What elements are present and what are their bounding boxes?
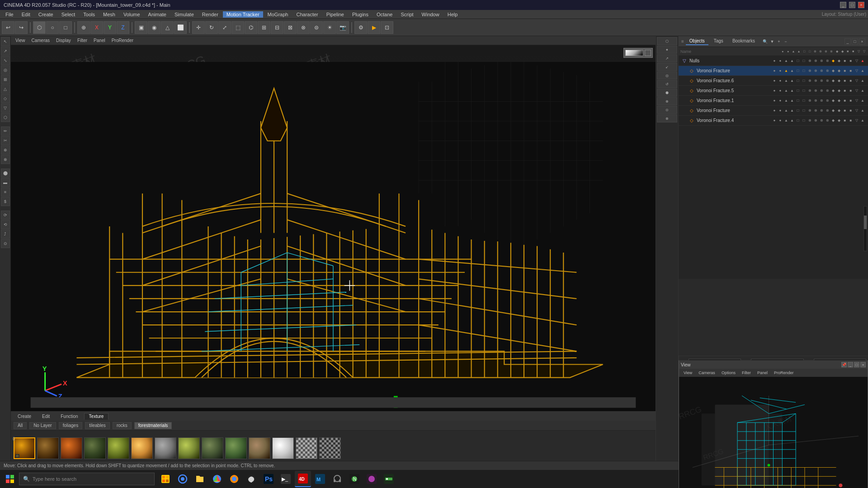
- ov4-11[interactable]: ◆: [830, 118, 836, 123]
- oi-tri2[interactable]: ▲: [789, 58, 795, 64]
- ov2-10[interactable]: ⊗: [825, 108, 830, 113]
- menu-select[interactable]: Select: [58, 11, 79, 18]
- ov-1-2[interactable]: ●: [778, 98, 783, 103]
- close-btn[interactable]: ×: [858, 2, 864, 8]
- menu-help[interactable]: Help: [444, 11, 462, 18]
- tool-cloner[interactable]: ⊜: [310, 21, 323, 34]
- object-row-nulls[interactable]: ▽ Nulls ● ● ▲ ▲ □ □ ⊕ ⊕ ⊗ ⊗ ◆ ◆ ■ ■: [679, 56, 868, 66]
- ov2-2[interactable]: ●: [778, 108, 783, 113]
- object-row-voronoi6[interactable]: ◇ Voronoi Fracture.6 ●● ▲▲ □□ ⊕⊕ ⊗⊗ ◆◆ ■…: [679, 76, 868, 86]
- ov-1-6[interactable]: □: [801, 98, 807, 103]
- menu-create[interactable]: Create: [35, 11, 57, 18]
- object-row-voronoi5[interactable]: ◇ Voronoi Fracture.5 ●● ▲▲ □□ ⊕⊕ ⊗⊗ ◆◆ ■…: [679, 86, 868, 96]
- tool-render[interactable]: ▶: [368, 21, 380, 34]
- ov1-7[interactable]: ⊕: [807, 68, 812, 74]
- obj-icon-vis9[interactable]: ⊗: [824, 49, 828, 54]
- oi-diamond1[interactable]: ◆: [830, 58, 836, 64]
- ov1-14[interactable]: ■: [848, 68, 854, 74]
- ov-1-9[interactable]: ⊗: [819, 98, 824, 103]
- strip-btn-3[interactable]: ↗: [657, 54, 677, 62]
- oi-tri1[interactable]: ▲: [783, 58, 789, 64]
- ov2-1[interactable]: ●: [772, 108, 777, 113]
- obj-icon-vis7[interactable]: ⊕: [813, 49, 817, 54]
- mat-winterpine[interactable]: winterpine: [37, 437, 59, 464]
- ov4-5[interactable]: □: [795, 118, 801, 123]
- ov4-15[interactable]: ▽: [854, 118, 859, 123]
- ov5-6[interactable]: □: [801, 88, 807, 94]
- left-tool-21[interactable]: ⊙: [1, 239, 10, 248]
- ov6-10[interactable]: ⊗: [825, 78, 830, 84]
- ov5-16[interactable]: ▲: [860, 88, 865, 94]
- ov1-6[interactable]: □: [801, 68, 807, 74]
- left-tool-6[interactable]: △: [1, 84, 10, 94]
- obj-icon-vis10[interactable]: ⊗: [829, 49, 834, 54]
- menu-mesh[interactable]: Mesh: [99, 11, 119, 18]
- ov4-3[interactable]: ▲: [783, 118, 789, 123]
- menu-window[interactable]: Window: [418, 11, 443, 18]
- ov6-16[interactable]: ▲: [860, 78, 865, 84]
- tool-mirror[interactable]: ⬚: [231, 21, 244, 34]
- sv-close[interactable]: ×: [860, 362, 866, 367]
- ov1-8[interactable]: ⊕: [813, 68, 818, 74]
- ov6-15[interactable]: ▽: [854, 78, 859, 84]
- left-tool-2[interactable]: ↗: [1, 47, 10, 56]
- panel-expand-icon[interactable]: ≡: [681, 39, 684, 44]
- tool-rotate[interactable]: ↻: [205, 21, 218, 34]
- maximize-btn[interactable]: □: [849, 2, 855, 8]
- ov1-5[interactable]: □: [795, 68, 801, 74]
- obj-icon-vis2[interactable]: ●: [786, 49, 790, 54]
- oi-pl2[interactable]: ⊕: [813, 58, 818, 64]
- tab-objects[interactable]: Objects: [686, 38, 708, 45]
- filter-forestmaterials[interactable]: forestmaterials: [134, 422, 172, 429]
- left-tool-8[interactable]: ▽: [1, 103, 10, 113]
- object-row-voronoi2[interactable]: ◇ Voronoi Fracture ●● ▲▲ □□ ⊕⊕ ⊗⊗ ◆◆ ■■ …: [679, 106, 868, 116]
- obj-icon-vis11[interactable]: ◆: [835, 49, 839, 54]
- taskbar-app-extra3[interactable]: [381, 471, 397, 487]
- ov6-14[interactable]: ■: [848, 78, 854, 84]
- ov1-11[interactable]: ◆: [830, 68, 836, 74]
- tool-loft[interactable]: ⊞: [258, 21, 270, 34]
- taskbar-app-extra1[interactable]: N: [346, 471, 363, 487]
- mat-tallhatch[interactable]: Tallhatch...: [296, 437, 317, 464]
- ov1-4[interactable]: ▲: [789, 68, 795, 74]
- left-tool-5[interactable]: ⊞: [1, 75, 10, 84]
- ov5-5[interactable]: □: [795, 88, 801, 94]
- taskbar-app-ps[interactable]: Ps: [260, 471, 277, 487]
- ov4-14[interactable]: ■: [848, 118, 854, 123]
- sv-max[interactable]: □: [854, 362, 859, 367]
- ov5-7[interactable]: ⊕: [807, 88, 812, 94]
- ov4-12[interactable]: ◆: [836, 118, 842, 123]
- right-scrollbar[interactable]: [863, 206, 867, 251]
- ov6-12[interactable]: ◆: [836, 78, 842, 84]
- ov5-3[interactable]: ▲: [783, 88, 789, 94]
- taskbar-app-terminal[interactable]: ▶_: [278, 471, 294, 487]
- object-row-voronoi1[interactable]: ◇ Voronoi Fracture ● ● ▲ ▲ □ □ ⊕ ⊕ ⊗ ⊗ ◆…: [679, 66, 868, 76]
- ov-1-14[interactable]: ■: [848, 98, 854, 103]
- tool-sphere[interactable]: ◉: [148, 21, 160, 34]
- tab-edit[interactable]: Edit: [37, 413, 55, 420]
- phi-add[interactable]: +: [776, 38, 782, 45]
- panel-minimize[interactable]: _: [844, 38, 851, 45]
- mat-flowering[interactable]: flowering..: [178, 437, 200, 464]
- obj-expand-nulls[interactable]: ▽: [681, 58, 688, 64]
- tool-model[interactable]: ⬡: [33, 21, 46, 34]
- ov-1-3[interactable]: ▲: [783, 98, 789, 103]
- taskbar-app-cortana[interactable]: [175, 471, 191, 487]
- obj-icon-vis3[interactable]: ▲: [791, 49, 796, 54]
- tool-cube[interactable]: ▣: [135, 21, 147, 34]
- obj-icon-vis13[interactable]: ■: [845, 49, 850, 54]
- left-tool-20[interactable]: ⤴: [1, 230, 10, 239]
- left-tool-11[interactable]: ✂: [1, 136, 10, 145]
- menu-tools[interactable]: Tools: [80, 11, 99, 18]
- ov1-9[interactable]: ⊗: [819, 68, 824, 74]
- tool-y-axis[interactable]: Y: [104, 21, 116, 34]
- tool-lathe[interactable]: ⊠: [284, 21, 297, 34]
- ov4-8[interactable]: ⊕: [813, 118, 818, 123]
- color-btn[interactable]: [645, 50, 651, 56]
- strip-btn-8[interactable]: ⊕: [657, 97, 677, 105]
- menu-file[interactable]: File: [2, 11, 17, 18]
- left-tool-9[interactable]: ⬡: [1, 113, 10, 122]
- menu-script[interactable]: Script: [397, 11, 417, 18]
- tool-texture[interactable]: □: [59, 21, 72, 34]
- obj-icon-vis1[interactable]: ●: [780, 49, 785, 54]
